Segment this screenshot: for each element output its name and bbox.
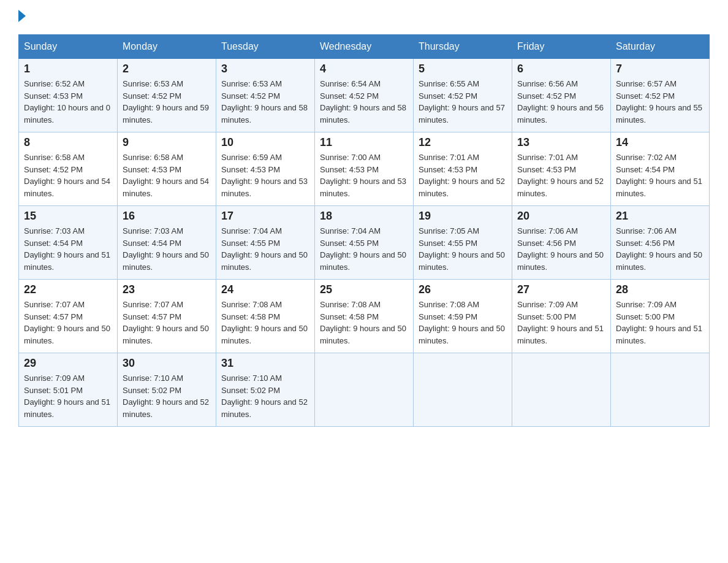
day-number: 16 [123,210,211,223]
calendar-day-cell: 18 Sunrise: 7:04 AMSunset: 4:55 PMDaylig… [315,206,414,280]
calendar-day-cell: 23 Sunrise: 7:07 AMSunset: 4:57 PMDaylig… [118,280,216,353]
calendar-day-cell: 27 Sunrise: 7:09 AMSunset: 5:00 PMDaylig… [512,280,611,353]
calendar-day-cell: 15 Sunrise: 7:03 AMSunset: 4:54 PMDaylig… [19,206,118,280]
calendar-day-cell: 8 Sunrise: 6:58 AMSunset: 4:52 PMDayligh… [19,132,118,206]
calendar-week-row: 29 Sunrise: 7:09 AMSunset: 5:01 PMDaylig… [19,353,710,427]
day-info: Sunrise: 6:58 AMSunset: 4:52 PMDaylight:… [24,153,110,198]
day-number: 8 [24,136,112,149]
day-number: 11 [320,136,408,149]
calendar-day-cell: 26 Sunrise: 7:08 AMSunset: 4:59 PMDaylig… [414,280,512,353]
calendar-week-row: 22 Sunrise: 7:07 AMSunset: 4:57 PMDaylig… [19,280,710,353]
calendar-week-row: 8 Sunrise: 6:58 AMSunset: 4:52 PMDayligh… [19,132,710,206]
day-number: 13 [517,136,605,149]
day-number: 17 [221,210,309,223]
page-header [18,12,710,22]
calendar-day-cell: 21 Sunrise: 7:06 AMSunset: 4:56 PMDaylig… [611,206,710,280]
day-info: Sunrise: 6:56 AMSunset: 4:52 PMDaylight:… [517,79,604,124]
day-info: Sunrise: 7:07 AMSunset: 4:57 PMDaylight:… [123,300,209,345]
calendar-day-cell: 12 Sunrise: 7:01 AMSunset: 4:53 PMDaylig… [414,132,512,206]
calendar-table: Sunday Monday Tuesday Wednesday Thursday… [18,34,710,427]
day-number: 4 [320,63,408,75]
day-number: 27 [517,283,605,296]
day-number: 20 [517,210,605,223]
calendar-day-cell: 9 Sunrise: 6:58 AMSunset: 4:53 PMDayligh… [118,132,216,206]
calendar-week-row: 1 Sunrise: 6:52 AMSunset: 4:53 PMDayligh… [19,59,710,132]
day-number: 23 [123,283,211,296]
day-info: Sunrise: 7:09 AMSunset: 5:00 PMDaylight:… [517,300,604,345]
calendar-day-cell: 17 Sunrise: 7:04 AMSunset: 4:55 PMDaylig… [216,206,315,280]
day-number: 2 [123,63,211,75]
calendar-day-cell [512,353,611,427]
day-number: 15 [24,210,112,223]
calendar-day-cell: 13 Sunrise: 7:01 AMSunset: 4:53 PMDaylig… [512,132,611,206]
day-info: Sunrise: 7:03 AMSunset: 4:54 PMDaylight:… [24,226,110,272]
calendar-day-cell: 24 Sunrise: 7:08 AMSunset: 4:58 PMDaylig… [216,280,315,353]
calendar-week-row: 15 Sunrise: 7:03 AMSunset: 4:54 PMDaylig… [19,206,710,280]
day-number: 29 [24,357,112,370]
day-number: 18 [320,210,408,223]
day-info: Sunrise: 6:53 AMSunset: 4:52 PMDaylight:… [221,79,308,124]
header-sunday: Sunday [19,35,118,59]
day-info: Sunrise: 7:06 AMSunset: 4:56 PMDaylight:… [517,226,604,272]
header-thursday: Thursday [414,35,512,59]
day-number: 14 [616,136,704,149]
day-info: Sunrise: 7:03 AMSunset: 4:54 PMDaylight:… [123,226,209,272]
day-number: 12 [419,136,507,149]
day-info: Sunrise: 7:08 AMSunset: 4:59 PMDaylight:… [419,300,505,345]
day-info: Sunrise: 7:08 AMSunset: 4:58 PMDaylight:… [221,300,308,345]
header-wednesday: Wednesday [315,35,414,59]
day-info: Sunrise: 7:07 AMSunset: 4:57 PMDaylight:… [24,300,110,345]
day-number: 28 [616,283,704,296]
calendar-day-cell: 19 Sunrise: 7:05 AMSunset: 4:55 PMDaylig… [414,206,512,280]
calendar-day-cell: 6 Sunrise: 6:56 AMSunset: 4:52 PMDayligh… [512,59,611,132]
day-number: 10 [221,136,309,149]
day-info: Sunrise: 6:59 AMSunset: 4:53 PMDaylight:… [221,153,308,198]
calendar-day-cell [315,353,414,427]
day-number: 1 [24,63,112,75]
day-info: Sunrise: 7:09 AMSunset: 5:01 PMDaylight:… [24,373,110,419]
day-info: Sunrise: 7:05 AMSunset: 4:55 PMDaylight:… [419,226,505,272]
calendar-day-cell: 29 Sunrise: 7:09 AMSunset: 5:01 PMDaylig… [19,353,118,427]
calendar-day-cell: 1 Sunrise: 6:52 AMSunset: 4:53 PMDayligh… [19,59,118,132]
calendar-day-cell [611,353,710,427]
logo-arrow-icon [18,10,26,22]
calendar-day-cell: 3 Sunrise: 6:53 AMSunset: 4:52 PMDayligh… [216,59,315,132]
calendar-day-cell: 4 Sunrise: 6:54 AMSunset: 4:52 PMDayligh… [315,59,414,132]
day-info: Sunrise: 7:01 AMSunset: 4:53 PMDaylight:… [419,153,505,198]
day-info: Sunrise: 7:02 AMSunset: 4:54 PMDaylight:… [616,153,702,198]
day-info: Sunrise: 7:01 AMSunset: 4:53 PMDaylight:… [517,153,604,198]
day-number: 31 [221,357,309,370]
day-info: Sunrise: 7:08 AMSunset: 4:58 PMDaylight:… [320,300,406,345]
day-number: 26 [419,283,507,296]
day-info: Sunrise: 7:09 AMSunset: 5:00 PMDaylight:… [616,300,702,345]
day-number: 9 [123,136,211,149]
day-number: 25 [320,283,408,296]
header-monday: Monday [118,35,216,59]
calendar-day-cell: 20 Sunrise: 7:06 AMSunset: 4:56 PMDaylig… [512,206,611,280]
calendar-day-cell: 30 Sunrise: 7:10 AMSunset: 5:02 PMDaylig… [118,353,216,427]
calendar-day-cell: 28 Sunrise: 7:09 AMSunset: 5:00 PMDaylig… [611,280,710,353]
calendar-day-cell [414,353,512,427]
calendar-day-cell: 11 Sunrise: 7:00 AMSunset: 4:53 PMDaylig… [315,132,414,206]
header-saturday: Saturday [611,35,710,59]
day-number: 3 [221,63,309,75]
day-number: 30 [123,357,211,370]
calendar-day-cell: 16 Sunrise: 7:03 AMSunset: 4:54 PMDaylig… [118,206,216,280]
header-friday: Friday [512,35,611,59]
day-info: Sunrise: 7:04 AMSunset: 4:55 PMDaylight:… [320,226,406,272]
calendar-day-cell: 14 Sunrise: 7:02 AMSunset: 4:54 PMDaylig… [611,132,710,206]
day-info: Sunrise: 6:54 AMSunset: 4:52 PMDaylight:… [320,79,406,124]
logo [18,12,26,22]
header-tuesday: Tuesday [216,35,315,59]
day-info: Sunrise: 6:58 AMSunset: 4:53 PMDaylight:… [123,153,209,198]
calendar-header-row: Sunday Monday Tuesday Wednesday Thursday… [19,35,710,59]
day-info: Sunrise: 6:55 AMSunset: 4:52 PMDaylight:… [419,79,505,124]
day-info: Sunrise: 7:04 AMSunset: 4:55 PMDaylight:… [221,226,308,272]
calendar-day-cell: 5 Sunrise: 6:55 AMSunset: 4:52 PMDayligh… [414,59,512,132]
day-number: 5 [419,63,507,75]
calendar-day-cell: 31 Sunrise: 7:10 AMSunset: 5:02 PMDaylig… [216,353,315,427]
day-info: Sunrise: 6:57 AMSunset: 4:52 PMDaylight:… [616,79,702,124]
calendar-day-cell: 10 Sunrise: 6:59 AMSunset: 4:53 PMDaylig… [216,132,315,206]
day-info: Sunrise: 6:52 AMSunset: 4:53 PMDaylight:… [24,79,110,124]
day-number: 7 [616,63,704,75]
